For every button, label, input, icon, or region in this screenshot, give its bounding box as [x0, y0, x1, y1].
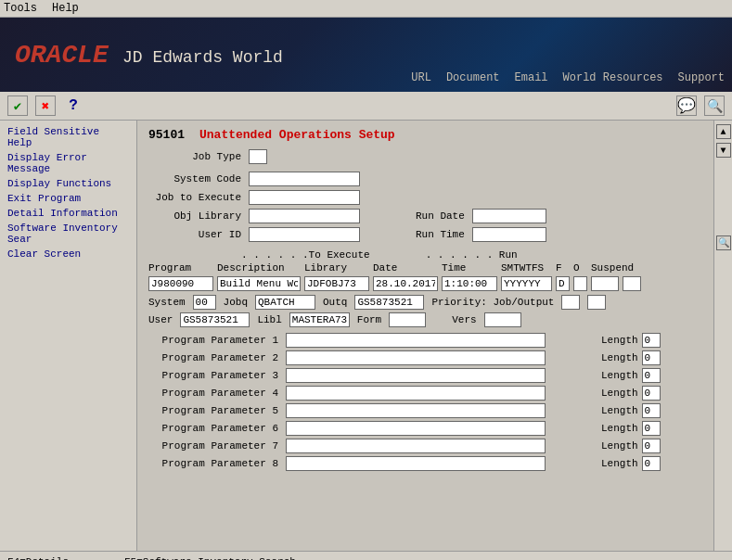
param-row-7: Program Parameter 7Length [148, 439, 702, 453]
param-length-label-7: Length [601, 440, 638, 452]
param-length-label-3: Length [601, 370, 638, 381]
table-section: . . . . . .To Execute . . . . . . Run Pr… [148, 249, 702, 327]
right-panel: ▲ ▼ 🔍 [713, 121, 732, 551]
param-label-1: Program Parameter 1 [148, 335, 278, 346]
libl-input[interactable] [289, 312, 350, 327]
scroll-down-button[interactable]: ▼ [716, 143, 731, 158]
sidebar-item-display-functions[interactable]: Display Functions [0, 176, 136, 191]
nav-support[interactable]: Support [678, 71, 725, 84]
suspend-input2[interactable] [623, 276, 641, 291]
smtwtfs-input[interactable] [501, 276, 552, 291]
sidebar-item-field-sensitive-help[interactable]: Field Sensitive Help [0, 124, 136, 150]
priority-input2[interactable] [587, 295, 606, 310]
outq-input[interactable] [354, 295, 424, 310]
param-section: Program Parameter 1LengthProgram Paramet… [148, 333, 702, 471]
col-program: Program [148, 262, 213, 274]
job-to-execute-row: Job to Execute [148, 190, 702, 205]
check-button[interactable]: ✔ [7, 95, 28, 116]
sidebar-item-software-inventory-search[interactable]: Software Inventory Sear [0, 221, 136, 247]
library-input[interactable] [304, 276, 369, 291]
program-input[interactable] [148, 276, 213, 291]
param-length-input-4[interactable] [642, 386, 661, 401]
param-length-label-6: Length [601, 423, 638, 434]
date-input[interactable] [373, 276, 438, 291]
sidebar-item-exit-program[interactable]: Exit Program [0, 191, 136, 206]
param-length-input-6[interactable] [642, 421, 661, 436]
run-date-input[interactable] [472, 209, 546, 223]
col-suspend: Suspend [591, 262, 637, 274]
job-type-input[interactable] [249, 149, 267, 164]
system-code-input[interactable] [249, 172, 360, 186]
param-length-input-2[interactable] [642, 350, 661, 365]
suspend-input[interactable] [591, 276, 619, 291]
user-input[interactable] [180, 312, 250, 327]
param-input-7[interactable] [286, 439, 546, 453]
jobq-input[interactable] [255, 295, 315, 310]
system-input[interactable] [193, 295, 216, 310]
table-row [148, 276, 702, 291]
param-input-2[interactable] [286, 350, 546, 365]
user-id-input[interactable] [249, 227, 360, 242]
param-input-1[interactable] [286, 333, 546, 348]
menu-tools[interactable]: Tools [4, 2, 37, 15]
form-id: 95101 [148, 128, 185, 142]
form-label-t: Form [357, 314, 381, 325]
nav-url[interactable]: URL [411, 71, 431, 84]
user-label: User [148, 314, 173, 325]
obj-library-input[interactable] [249, 209, 360, 223]
system-code-row: System Code [148, 172, 702, 186]
outq-label: Outq [323, 297, 347, 308]
o-input[interactable] [573, 276, 587, 291]
run-header: . . . . . . Run [426, 249, 518, 261]
form-title-row: 95101 Unattended Operations Setup [148, 128, 702, 142]
param-input-4[interactable] [286, 386, 546, 401]
param-length-input-1[interactable] [642, 333, 661, 348]
info-row-2: User Libl Form Vers [148, 312, 702, 327]
param-length-label-8: Length [601, 458, 638, 469]
user-id-run-time-row: User ID Run Time [148, 227, 702, 242]
obj-library-run-date-row: Obj Library Run Date [148, 209, 702, 223]
priority-input1[interactable] [561, 295, 580, 310]
obj-library-label: Obj Library [148, 210, 241, 222]
menu-help[interactable]: Help [52, 2, 79, 15]
col-date: Date [373, 262, 438, 274]
oracle-logo: ORACLE JD Edwards World [15, 41, 283, 70]
param-length-label-4: Length [601, 388, 638, 399]
zoom-in-button[interactable]: 🔍 [716, 235, 731, 250]
nav-email[interactable]: Email [515, 71, 548, 84]
job-to-execute-input[interactable] [249, 190, 360, 205]
f-input[interactable] [556, 276, 570, 291]
param-input-8[interactable] [286, 456, 546, 471]
sidebar: Field Sensitive Help Display Error Messa… [0, 121, 137, 551]
param-input-3[interactable] [286, 368, 546, 383]
sidebar-item-detail-information[interactable]: Detail Information [0, 206, 136, 221]
cancel-button[interactable]: ✖ [35, 95, 56, 116]
param-input-6[interactable] [286, 421, 546, 436]
header: ORACLE JD Edwards World URL Document Ema… [0, 18, 732, 92]
scroll-up-button[interactable]: ▲ [716, 124, 731, 139]
col-time: Time [442, 262, 497, 274]
param-length-input-7[interactable] [642, 439, 661, 453]
search-button[interactable]: 🔍 [704, 95, 725, 116]
description-input[interactable] [217, 276, 301, 291]
param-row-8: Program Parameter 8Length [148, 456, 702, 471]
param-label-6: Program Parameter 6 [148, 423, 278, 434]
param-length-input-5[interactable] [642, 403, 661, 418]
col-description: Description [217, 262, 301, 274]
time-input[interactable] [442, 276, 497, 291]
help-button[interactable]: ? [63, 95, 83, 116]
nav-document[interactable]: Document [446, 71, 500, 84]
chat-button[interactable]: 💬 [676, 95, 697, 116]
sidebar-item-display-error-message[interactable]: Display Error Message [0, 150, 136, 176]
param-length-input-3[interactable] [642, 368, 661, 383]
param-input-5[interactable] [286, 403, 546, 418]
vers-input[interactable] [484, 312, 521, 327]
nav-world-resources[interactable]: World Resources [563, 71, 663, 84]
run-time-input[interactable] [472, 227, 546, 242]
to-execute-header: . . . . . .To Execute [241, 249, 370, 261]
col-f: F [556, 262, 570, 274]
form-input[interactable] [389, 312, 426, 327]
sidebar-item-clear-screen[interactable]: Clear Screen [0, 247, 136, 261]
param-row-3: Program Parameter 3Length [148, 368, 702, 383]
param-length-input-8[interactable] [642, 456, 661, 471]
